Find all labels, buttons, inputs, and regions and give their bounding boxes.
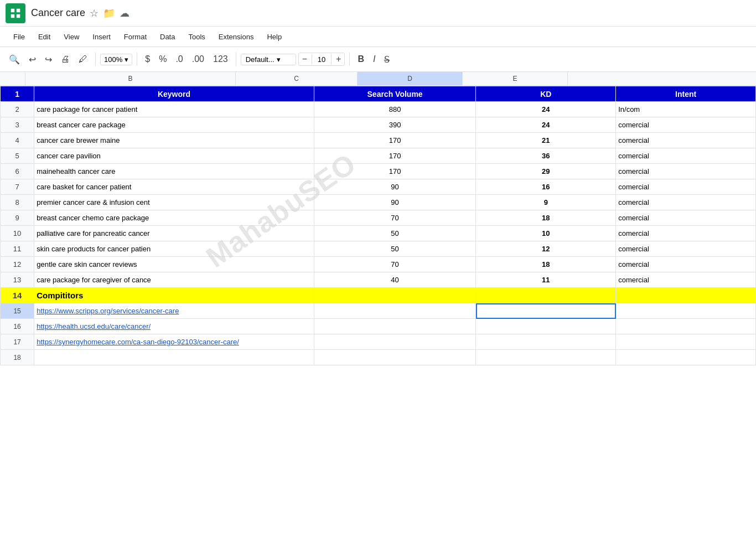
cell-search-volume-7[interactable]: 90 (314, 179, 476, 195)
header-intent[interactable]: Intent (616, 86, 756, 102)
col-header-d[interactable]: D (358, 72, 463, 85)
menu-file[interactable]: File (8, 30, 30, 43)
cell-keyword-8[interactable]: premier cancer care & infusion cent (34, 195, 314, 210)
spreadsheet: B C D E MahabuSEO 1 Keyword Search Volum… (0, 72, 756, 537)
cell-kd-12[interactable]: 18 (476, 257, 616, 272)
font-family-control[interactable]: Default... ▾ (241, 54, 296, 65)
cell-keyword-10[interactable]: palliative care for pancreatic cancer (34, 226, 314, 241)
cell-link-15[interactable]: https://www.scripps.org/services/cancer-… (34, 303, 314, 319)
redo-button[interactable]: ↪ (42, 52, 55, 67)
cell-search-volume-13[interactable]: 40 (314, 272, 476, 288)
cell-kd-11[interactable]: 12 (476, 241, 616, 257)
format-decimal-2-button[interactable]: .00 (189, 52, 208, 66)
search-button[interactable]: 🔍 (6, 52, 23, 67)
menu-format[interactable]: Format (118, 30, 152, 43)
font-size-minus-button[interactable]: − (299, 53, 310, 65)
cell-keyword-12[interactable]: gentle care skin cancer reviews (34, 257, 314, 272)
doc-title[interactable]: Cancer care (31, 7, 85, 19)
cell-keyword-4[interactable]: cancer care brewer maine (34, 133, 314, 148)
svg-rect-3 (17, 14, 20, 17)
font-size-value[interactable]: 10 (312, 54, 332, 65)
cell-kd-8[interactable]: 9 (476, 195, 616, 210)
header-kd[interactable]: KD (476, 86, 616, 102)
empty-row-18: 18 (1, 350, 756, 365)
cell-keyword-6[interactable]: mainehealth cancer care (34, 164, 314, 179)
cell-keyword-11[interactable]: skin care products for cancer patien (34, 241, 314, 257)
print-button[interactable]: 🖨 (58, 52, 73, 66)
cell-kd-6[interactable]: 29 (476, 164, 616, 179)
cell-intent-5[interactable]: comercial (616, 148, 756, 164)
row-num-7: 7 (1, 179, 34, 195)
cloud-icon[interactable]: ☁ (120, 7, 130, 19)
cell-kd-13[interactable]: 11 (476, 272, 616, 288)
format-decimal-1-button[interactable]: .0 (172, 52, 186, 66)
bold-button[interactable]: B (354, 52, 367, 66)
zoom-control[interactable]: 100% ▾ (100, 54, 132, 65)
cell-intent-10[interactable]: comercial (616, 226, 756, 241)
col-header-c[interactable]: C (236, 72, 358, 85)
currency-button[interactable]: $ (142, 52, 153, 66)
cell-search-volume-3[interactable]: 390 (314, 117, 476, 133)
star-icon[interactable]: ☆ (90, 7, 99, 19)
cell-link-17[interactable]: https://synergyhomecare.com/ca-san-diego… (34, 334, 314, 350)
cell-empty-d-17[interactable] (476, 334, 616, 350)
cell-intent-12[interactable]: comercial (616, 257, 756, 272)
col-header-b[interactable]: B (25, 72, 236, 85)
cell-kd-2[interactable]: 24 (476, 102, 616, 117)
font-size-plus-button[interactable]: + (333, 53, 344, 65)
cell-intent-13[interactable]: comercial (616, 272, 756, 288)
folder-icon[interactable]: 📁 (103, 7, 115, 19)
menu-tools[interactable]: Tools (183, 30, 210, 43)
cell-intent-7[interactable]: comercial (616, 179, 756, 195)
cell-kd-4[interactable]: 21 (476, 133, 616, 148)
cell-search-volume-4[interactable]: 170 (314, 133, 476, 148)
table-row: 13care package for caregiver of cance401… (1, 272, 756, 288)
menu-help[interactable]: Help (261, 30, 287, 43)
cell-keyword-7[interactable]: care basket for cancer patient (34, 179, 314, 195)
cell-kd-10[interactable]: 10 (476, 226, 616, 241)
cell-keyword-9[interactable]: breast cancer chemo care package (34, 210, 314, 226)
cell-search-volume-12[interactable]: 70 (314, 257, 476, 272)
cell-search-volume-2[interactable]: 880 (314, 102, 476, 117)
cell-search-volume-10[interactable]: 50 (314, 226, 476, 241)
cell-keyword-13[interactable]: care package for caregiver of cance (34, 272, 314, 288)
cell-empty-d-15[interactable] (476, 303, 616, 319)
cell-keyword-5[interactable]: cancer care pavilion (34, 148, 314, 164)
percent-button[interactable]: % (156, 52, 170, 66)
cell-kd-5[interactable]: 36 (476, 148, 616, 164)
format-123-button[interactable]: 123 (210, 52, 231, 66)
cell-search-volume-5[interactable]: 170 (314, 148, 476, 164)
cell-intent-3[interactable]: comercial (616, 117, 756, 133)
competitors-label[interactable]: Compititors (34, 288, 314, 303)
cell-intent-4[interactable]: comercial (616, 133, 756, 148)
cell-link-16[interactable]: https://health.ucsd.edu/care/cancer/ (34, 319, 314, 334)
menu-extensions[interactable]: Extensions (213, 30, 260, 43)
cell-search-volume-9[interactable]: 70 (314, 210, 476, 226)
cell-empty-d-16[interactable] (476, 319, 616, 334)
header-search-volume[interactable]: Search Volume (314, 86, 476, 102)
cell-intent-9[interactable]: comercial (616, 210, 756, 226)
menu-data[interactable]: Data (154, 30, 180, 43)
cell-kd-9[interactable]: 18 (476, 210, 616, 226)
cell-intent-2[interactable]: In/com (616, 102, 756, 117)
cell-search-volume-6[interactable]: 170 (314, 164, 476, 179)
app-icon (6, 3, 25, 23)
menu-insert[interactable]: Insert (87, 30, 116, 43)
cell-intent-6[interactable]: comercial (616, 164, 756, 179)
cell-kd-3[interactable]: 24 (476, 117, 616, 133)
cell-keyword-2[interactable]: care package for cancer patient (34, 102, 314, 117)
header-keyword[interactable]: Keyword (34, 86, 314, 102)
cell-intent-11[interactable]: comercial (616, 241, 756, 257)
menu-view[interactable]: View (58, 30, 85, 43)
italic-button[interactable]: I (370, 52, 379, 66)
cell-keyword-3[interactable]: breast cancer care package (34, 117, 314, 133)
col-header-e[interactable]: E (463, 72, 568, 85)
strikethrough-button[interactable]: S̶ (381, 52, 393, 67)
cell-search-volume-8[interactable]: 90 (314, 195, 476, 210)
paint-format-button[interactable]: 🖊 (75, 52, 91, 66)
undo-button[interactable]: ↩ (25, 52, 39, 67)
cell-kd-7[interactable]: 16 (476, 179, 616, 195)
cell-search-volume-11[interactable]: 50 (314, 241, 476, 257)
menu-edit[interactable]: Edit (33, 30, 56, 43)
cell-intent-8[interactable]: comercial (616, 195, 756, 210)
